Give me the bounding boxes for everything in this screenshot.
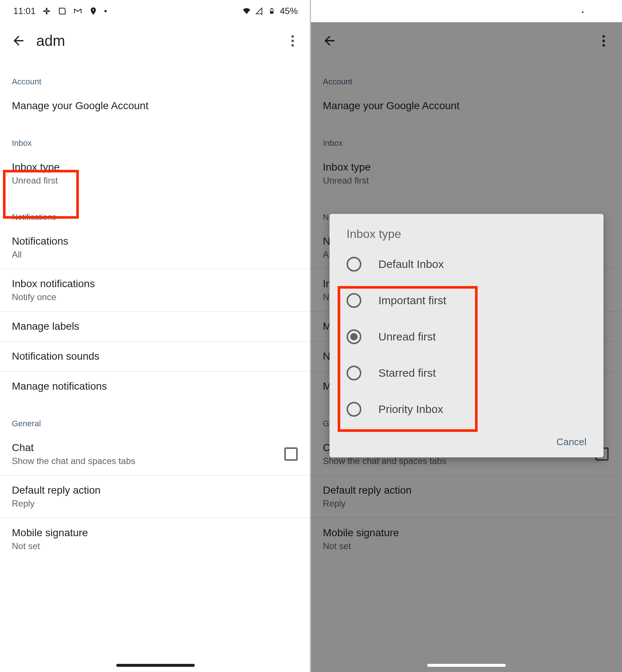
radio-priority-inbox[interactable]: Priority Inbox [330, 391, 603, 427]
location-icon [400, 7, 409, 16]
radio-default-inbox[interactable]: Default Inbox [330, 246, 603, 282]
section-header-notifications: Notifications [0, 195, 311, 226]
setting-title: Notifications [12, 235, 299, 247]
section-header-general: General [0, 401, 311, 433]
setting-default-reply[interactable]: Default reply action Reply [0, 476, 311, 518]
setting-inbox-notifications[interactable]: Inbox notifications Notify once [0, 269, 311, 312]
slack-icon [42, 7, 51, 16]
chat-checkbox[interactable] [284, 447, 298, 461]
setting-manage-account[interactable]: Manage your Google Account [0, 91, 311, 121]
radio-label: Important first [378, 294, 446, 307]
setting-title: Chat [12, 442, 136, 454]
setting-title: Default reply action [12, 484, 299, 496]
setting-sub: Not set [12, 541, 299, 551]
svg-rect-2 [46, 8, 47, 11]
status-overflow-dot [104, 10, 107, 12]
inbox-type-dialog: Inbox type Default Inbox Important first… [330, 214, 603, 457]
radio-icon[interactable] [347, 329, 361, 344]
setting-title: Notification sounds [12, 350, 299, 362]
svg-rect-3 [46, 11, 47, 14]
svg-rect-14 [582, 9, 583, 9]
radio-unread-first[interactable]: Unread first [330, 319, 603, 355]
svg-rect-9 [358, 10, 361, 12]
battery-percent: 45% [280, 6, 298, 16]
app-icon-1 [58, 7, 67, 16]
page-title: adm [36, 33, 65, 49]
radio-starred-first[interactable]: Starred first [330, 355, 603, 391]
phone-right: 11:01 45% [311, 0, 622, 672]
radio-label: Starred first [378, 367, 436, 379]
svg-rect-0 [43, 10, 46, 12]
location-icon [89, 7, 98, 16]
radio-icon[interactable] [347, 402, 361, 417]
overflow-menu-button[interactable] [285, 33, 300, 48]
gmail-icon [73, 7, 82, 16]
signal-icon [566, 7, 575, 16]
svg-rect-8 [354, 10, 357, 12]
svg-rect-6 [271, 9, 272, 9]
status-time: 11:01 [324, 6, 347, 16]
battery-icon [578, 7, 587, 16]
setting-inbox-type[interactable]: Inbox type Unread first [0, 152, 311, 195]
section-header-inbox: Inbox [0, 121, 311, 152]
nav-pill[interactable] [116, 664, 195, 667]
svg-rect-10 [357, 8, 358, 11]
phone-left: 11:01 45% [0, 0, 311, 672]
cancel-button[interactable]: Cancel [556, 436, 586, 448]
status-time: 11:01 [13, 6, 36, 16]
radio-label: Priority Inbox [378, 403, 443, 416]
app-icon-1 [369, 7, 378, 16]
svg-rect-15 [582, 11, 583, 13]
svg-rect-1 [47, 10, 50, 12]
gmail-icon [384, 7, 393, 16]
status-bar: 11:01 45% [0, 0, 311, 22]
setting-title: Manage labels [12, 320, 299, 332]
svg-rect-7 [271, 11, 272, 13]
battery-percent: 45% [591, 6, 609, 16]
radio-icon[interactable] [347, 293, 361, 308]
radio-label: Default Inbox [378, 258, 444, 271]
setting-sub: All [12, 249, 299, 260]
setting-notifications[interactable]: Notifications All [0, 226, 311, 269]
setting-title: Mobile signature [12, 527, 299, 539]
radio-icon[interactable] [347, 257, 361, 272]
wifi-icon [242, 7, 251, 16]
radio-label: Unread first [378, 330, 436, 343]
setting-sub: Show the chat and spaces tabs [12, 456, 136, 466]
section-header-account: Account [0, 59, 311, 91]
setting-sub: Reply [12, 498, 299, 509]
setting-chat[interactable]: Chat Show the chat and spaces tabs [0, 433, 311, 476]
setting-manage-notifications[interactable]: Manage notifications [0, 372, 311, 401]
setting-sub: Unread first [12, 175, 299, 186]
status-bar: 11:01 45% [311, 0, 622, 22]
dialog-title: Inbox type [330, 227, 603, 246]
setting-title: Inbox notifications [12, 278, 299, 290]
wifi-icon [553, 7, 562, 16]
slack-icon [353, 7, 362, 16]
radio-important-first[interactable]: Important first [330, 282, 603, 319]
battery-icon [267, 7, 276, 16]
back-arrow-icon[interactable] [11, 33, 26, 48]
status-overflow-dot [415, 10, 418, 12]
radio-icon[interactable] [347, 366, 361, 380]
signal-icon [255, 7, 264, 16]
setting-notification-sounds[interactable]: Notification sounds [0, 342, 311, 372]
nav-pill[interactable] [427, 664, 506, 667]
setting-mobile-signature[interactable]: Mobile signature Not set [0, 518, 311, 560]
app-bar: adm [0, 22, 311, 59]
setting-title: Manage your Google Account [12, 100, 299, 112]
setting-title: Manage notifications [12, 380, 299, 392]
setting-title: Inbox type [12, 161, 299, 173]
svg-rect-11 [357, 11, 358, 14]
setting-manage-labels[interactable]: Manage labels [0, 312, 311, 342]
setting-sub: Notify once [12, 292, 299, 302]
